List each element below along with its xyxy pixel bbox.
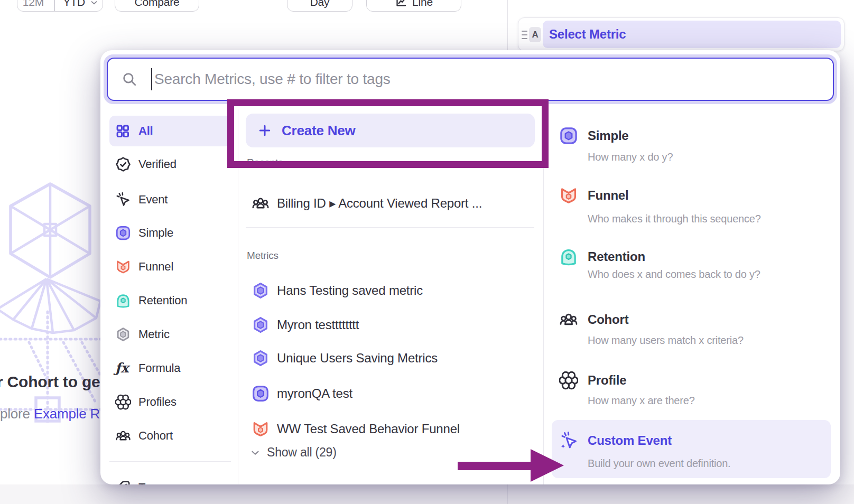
page-bottom-strip — [0, 484, 854, 504]
sidebar-item-label: Funnel — [138, 260, 173, 274]
type-cohort[interactable]: Cohort — [588, 311, 628, 328]
funnel-icon — [559, 186, 578, 205]
explore-text-fragment: plore — [0, 406, 30, 422]
panel-divider — [507, 484, 508, 504]
sidebar-item-label: All — [138, 124, 153, 138]
sidebar-item-retention[interactable]: Retention — [109, 289, 231, 312]
metric-list-item[interactable]: Unique Users Saving Metrics — [252, 347, 537, 370]
event-cursor-icon — [115, 192, 131, 208]
cohort-people-icon — [115, 428, 131, 444]
tag-icon — [115, 480, 131, 484]
metric-list-item[interactable]: WW Test Saved Behavior Funnel — [252, 417, 537, 441]
cohort-people-icon — [559, 310, 578, 329]
type-retention-description: Who does x and comes back to do y? — [588, 267, 760, 282]
type-simple[interactable]: Simple — [588, 127, 629, 144]
verified-badge-icon — [115, 156, 131, 172]
show-all-label: Show all (29) — [267, 445, 337, 460]
sidebar-item-metric[interactable]: Metric — [109, 323, 231, 346]
search-focus-ring — [104, 54, 837, 104]
drag-handle-icon[interactable] — [522, 31, 527, 41]
simple-metric-icon — [559, 126, 578, 145]
chevron-down-icon — [249, 447, 261, 459]
line-chart-icon — [395, 0, 407, 8]
sidebar-item-funnel[interactable]: Funnel — [109, 255, 231, 278]
annotation-rectangle — [227, 99, 549, 168]
annotation-arrow — [453, 446, 567, 484]
chart-type-line-button[interactable]: Line — [366, 0, 461, 12]
sidebar-item-verified[interactable]: Verified — [109, 153, 231, 176]
sidebar-item-tags[interactable]: Tags — [109, 476, 231, 484]
section-divider — [246, 227, 534, 228]
select-metric-button[interactable]: Select Metric — [543, 21, 841, 48]
type-simple-description: How many x do y? — [588, 150, 673, 164]
compare-button[interactable]: Compare — [115, 0, 199, 12]
sidebar-item-event[interactable]: Event — [109, 188, 231, 211]
metric-row-card: A Select Metric — [518, 17, 844, 51]
metric-item-label: Myron testttttttt — [277, 318, 359, 332]
profiles-cluster-icon — [559, 371, 578, 390]
type-profile-description: How many x are there? — [588, 393, 695, 408]
sidebar-item-cohort[interactable]: Cohort — [109, 424, 231, 447]
sidebar-item-label: Profiles — [138, 395, 177, 409]
type-custom-event-description: Build your own event definition. — [588, 456, 730, 471]
panel-divider — [507, 0, 508, 50]
sidebar-item-label: Retention — [138, 294, 187, 307]
background-explore-line: ploreExample R — [0, 406, 100, 422]
type-funnel-description: Who makes it through this sequence? — [588, 211, 761, 226]
metric-list-item[interactable]: Myron testttttttt — [252, 313, 537, 337]
sidebar-item-formula[interactable]: ƒx Formula — [109, 357, 231, 380]
formula-fx-icon: ƒx — [115, 362, 131, 375]
saved-metric-icon — [252, 316, 270, 334]
recent-item-label: Billing ID ▸ Account Viewed Report ... — [277, 196, 482, 211]
type-cohort-description: How many users match x criteria? — [588, 333, 744, 348]
show-all-button[interactable]: Show all (29) — [249, 445, 337, 460]
app-window: 12M YTD Compare Day Line A Select Metric — [0, 0, 854, 504]
sidebar-item-label: Tags — [138, 481, 163, 484]
recent-item[interactable]: Billing ID ▸ Account Viewed Report ... — [252, 192, 537, 215]
sidebar-divider — [109, 461, 231, 462]
type-profile[interactable]: Profile — [588, 372, 626, 389]
search-field[interactable] — [107, 58, 834, 101]
range-12m-label: 12M — [23, 0, 44, 8]
sidebar-item-label: Event — [138, 193, 168, 207]
sidebar-item-profiles[interactable]: Profiles — [109, 390, 231, 414]
simple-metric-icon — [115, 225, 131, 241]
sidebar-item-label: Formula — [138, 361, 180, 375]
search-input[interactable] — [153, 59, 824, 100]
granularity-day-button[interactable]: Day — [287, 0, 352, 12]
sidebar-item-label: Metric — [138, 328, 170, 341]
saved-metric-icon — [252, 282, 270, 300]
funnel-icon — [252, 420, 270, 438]
example-link[interactable]: Example R — [34, 406, 100, 422]
sidebar-item-label: Simple — [138, 226, 173, 240]
compare-label: Compare — [135, 0, 180, 8]
chart-type-label: Line — [412, 0, 433, 8]
range-12m-button[interactable]: 12M — [17, 0, 49, 11]
grid-icon — [115, 124, 131, 138]
segment-divider — [54, 0, 55, 11]
metric-item-label: WW Test Saved Behavior Funnel — [277, 422, 460, 436]
sidebar-item-all[interactable]: All — [109, 116, 231, 146]
range-ytd-button[interactable]: YTD — [60, 0, 103, 11]
metric-list-item[interactable]: Hans Testing saved metric — [252, 279, 537, 302]
select-metric-label: Select Metric — [549, 27, 626, 42]
metric-item-label: Unique Users Saving Metrics — [277, 351, 438, 366]
metric-item-label: myronQA test — [277, 386, 352, 401]
saved-metric-icon — [252, 349, 270, 367]
metrics-section-label: Metrics — [247, 250, 279, 262]
metric-list-item[interactable]: myronQA test — [252, 382, 537, 405]
type-funnel[interactable]: Funnel — [588, 187, 628, 204]
chevron-down-icon — [89, 0, 99, 7]
search-icon — [122, 71, 137, 87]
background-heading-fragment: r Cohort to ge — [0, 373, 100, 391]
funnel-icon — [115, 259, 131, 275]
retention-icon — [559, 247, 578, 266]
metric-hexagon-icon — [115, 326, 131, 342]
sidebar-item-simple[interactable]: Simple — [109, 221, 231, 245]
type-retention[interactable]: Retention — [588, 248, 645, 265]
metric-item-label: Hans Testing saved metric — [277, 283, 423, 298]
type-custom-event[interactable]: Custom Event — [588, 432, 672, 449]
retention-icon — [115, 293, 131, 309]
date-range-control[interactable]: 12M YTD — [17, 0, 103, 12]
granularity-label: Day — [310, 0, 330, 8]
